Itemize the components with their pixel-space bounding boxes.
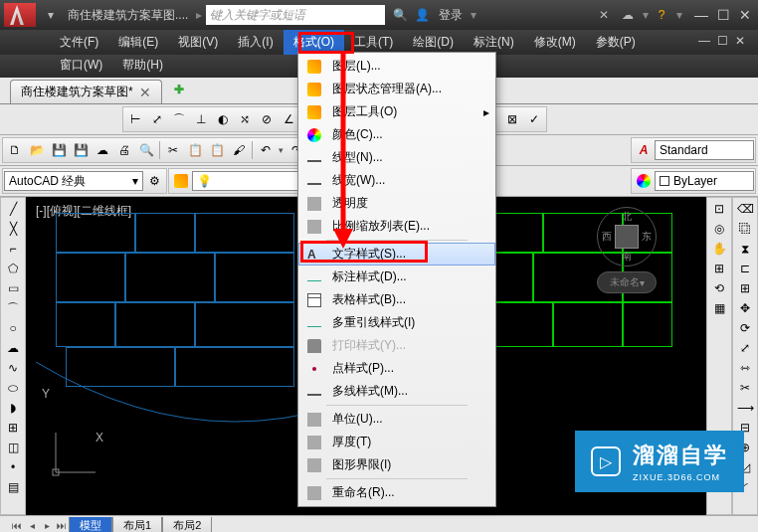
- textstyle-icon[interactable]: A: [633, 139, 655, 161]
- erase-icon[interactable]: ⌫: [734, 199, 756, 219]
- menu-item[interactable]: 参数(P): [586, 30, 646, 55]
- mdi-restore-button[interactable]: ☐: [714, 34, 730, 48]
- dropdown-item[interactable]: 线宽(W)...: [298, 169, 495, 192]
- zoom-extents-icon[interactable]: ⊞: [708, 259, 730, 278]
- spline-icon[interactable]: ∿: [2, 358, 24, 378]
- dropdown-item[interactable]: 单位(U)...: [298, 408, 495, 431]
- dropdown-item[interactable]: 透明度: [298, 192, 495, 215]
- undo-icon[interactable]: ↶: [255, 139, 277, 161]
- arc-dim-icon[interactable]: ⌒: [168, 108, 190, 130]
- ucs-icon[interactable]: Y X: [46, 423, 105, 485]
- dropdown-item[interactable]: 比例缩放列表(E)...: [298, 215, 495, 238]
- insert-icon[interactable]: ⊞: [2, 418, 24, 438]
- dropdown-item[interactable]: 表格样式(B)...: [298, 288, 495, 311]
- angular-dim-icon[interactable]: ∠: [278, 108, 299, 130]
- menu-item[interactable]: 帮助(H): [112, 55, 173, 76]
- copy-obj-icon[interactable]: ⿻: [734, 219, 756, 239]
- workspace-combo[interactable]: AutoCAD 经典 ▾: [4, 171, 143, 191]
- full-nav-icon[interactable]: ◎: [708, 219, 730, 239]
- view-cube[interactable]: 北 南 东 西: [597, 207, 657, 266]
- point-icon[interactable]: •: [2, 457, 24, 477]
- dropdown-item[interactable]: 图形界限(I): [298, 453, 495, 476]
- layout-tab[interactable]: 模型: [69, 517, 112, 533]
- menu-item[interactable]: 文件(F): [50, 30, 108, 55]
- maximize-button[interactable]: ☐: [714, 7, 732, 23]
- move-icon[interactable]: ✥: [734, 298, 756, 318]
- dropdown-item[interactable]: 厚度(T): [298, 431, 495, 453]
- offset-icon[interactable]: ⊏: [734, 259, 756, 278]
- dropdown-item[interactable]: 打印样式(Y)...: [298, 334, 495, 357]
- new-icon[interactable]: 🗋: [4, 139, 26, 161]
- linear-dim-icon[interactable]: ⊢: [124, 108, 146, 130]
- copy-icon[interactable]: 📋: [184, 139, 206, 161]
- tab-close-icon[interactable]: ✕: [139, 85, 151, 100]
- dropdown-item[interactable]: 线型(N)...: [298, 146, 495, 169]
- minimize-button[interactable]: —: [692, 7, 710, 23]
- cloud-icon[interactable]: ☁: [92, 139, 113, 161]
- arc-icon[interactable]: ⌒: [2, 298, 24, 318]
- close-button[interactable]: ✕: [736, 7, 754, 23]
- xline-icon[interactable]: ╳: [2, 219, 24, 239]
- dropdown-item[interactable]: 重命名(R)...: [298, 481, 495, 504]
- dropdown-item[interactable]: 颜色(C)...: [298, 123, 495, 146]
- circle-icon[interactable]: ○: [2, 318, 24, 338]
- layout-next-icon[interactable]: ▸: [40, 520, 54, 531]
- dropdown-item[interactable]: 多线样式(M)...: [298, 380, 495, 403]
- match-icon[interactable]: 🖌: [228, 139, 250, 161]
- layer-props-icon[interactable]: [170, 170, 192, 192]
- saveas-icon[interactable]: 💾: [70, 139, 92, 161]
- rotate-icon[interactable]: ⟳: [734, 318, 756, 338]
- scale-icon[interactable]: ⤢: [734, 338, 756, 358]
- dropdown-item[interactable]: 图层(L)...: [298, 55, 495, 78]
- menu-item[interactable]: 修改(M): [524, 30, 586, 55]
- nav-wheel[interactable]: 未命名 ▾: [597, 271, 657, 293]
- workspace-gear-icon[interactable]: ⚙: [143, 170, 165, 192]
- array-icon[interactable]: ⊞: [734, 278, 756, 298]
- cloud-icon[interactable]: ☁: [619, 6, 637, 24]
- dropdown-item[interactable]: 图层工具(O)▸: [298, 100, 495, 123]
- dropdown-item[interactable]: 点样式(P)...: [298, 357, 495, 380]
- layout-last-icon[interactable]: ⏭: [55, 520, 69, 531]
- color-combo[interactable]: ByLayer: [655, 171, 754, 191]
- help-icon[interactable]: ?: [653, 6, 670, 24]
- stretch-icon[interactable]: ⇿: [734, 358, 756, 378]
- layer-combo[interactable]: 💡: [192, 171, 301, 191]
- polygon-icon[interactable]: ⬠: [2, 259, 24, 278]
- mirror-icon[interactable]: ⧗: [734, 239, 756, 259]
- layout-tab[interactable]: 布局2: [162, 517, 212, 533]
- cut-icon[interactable]: ✂: [162, 139, 184, 161]
- title-dropdown-icon[interactable]: ▸: [196, 8, 202, 22]
- menu-item[interactable]: 编辑(E): [108, 30, 168, 55]
- app-logo-icon[interactable]: [4, 3, 36, 27]
- tool-generic-icon[interactable]: ⊠: [501, 108, 523, 130]
- nav-bar-icon[interactable]: ⊡: [708, 199, 730, 219]
- layout-tab[interactable]: 布局1: [112, 517, 162, 533]
- aligned-dim-icon[interactable]: ⤢: [146, 108, 168, 130]
- orbit-icon[interactable]: ⟲: [708, 278, 730, 298]
- cube-face[interactable]: [615, 225, 639, 249]
- block-icon[interactable]: ◫: [2, 438, 24, 457]
- menu-item[interactable]: 窗口(W): [50, 55, 112, 76]
- qat-dropdown-icon[interactable]: ▾: [42, 6, 60, 24]
- tab-add-button[interactable]: ✚: [166, 80, 192, 103]
- search-input[interactable]: 键入关键字或短语: [206, 5, 385, 25]
- radius-dim-icon[interactable]: ◐: [212, 108, 234, 130]
- menu-item[interactable]: 视图(V): [168, 30, 228, 55]
- hatch-icon[interactable]: ▤: [2, 477, 24, 497]
- revcloud-icon[interactable]: ☁: [2, 338, 24, 358]
- paste-icon[interactable]: 📋: [206, 139, 228, 161]
- dropdown-item[interactable]: A文字样式(S)...: [298, 243, 495, 266]
- trim-icon[interactable]: ✂: [734, 378, 756, 398]
- ordinate-dim-icon[interactable]: ⊥: [190, 108, 212, 130]
- pan-icon[interactable]: ✋: [708, 239, 730, 259]
- search-binocular-icon[interactable]: 🔍: [391, 6, 409, 24]
- jog-dim-icon[interactable]: ⤭: [234, 108, 256, 130]
- dropdown-item[interactable]: 标注样式(D)...: [298, 266, 495, 288]
- layout-prev-icon[interactable]: ◂: [25, 520, 39, 531]
- rect-icon[interactable]: ▭: [2, 278, 24, 298]
- preview-icon[interactable]: 🔍: [135, 139, 157, 161]
- color-icon[interactable]: [633, 170, 655, 192]
- signin-icon[interactable]: 👤: [413, 6, 431, 24]
- layout-first-icon[interactable]: ⏮: [10, 520, 24, 531]
- line-icon[interactable]: ╱: [2, 199, 24, 219]
